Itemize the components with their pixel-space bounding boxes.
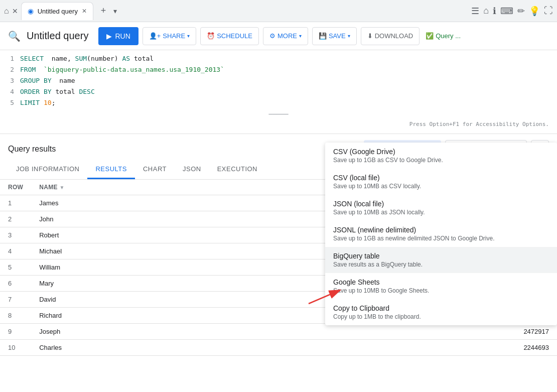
more-arrow-icon: ▾	[299, 33, 302, 39]
new-tab-button[interactable]: +	[96, 4, 110, 18]
cell-total: 2472917	[289, 324, 557, 340]
dropdown-item-title: CSV (Google Drive)	[333, 148, 549, 156]
col-header-name[interactable]: name ▼	[31, 180, 289, 195]
save-button[interactable]: 💾 SAVE ▾	[312, 27, 357, 45]
download-icon: ⬇	[367, 32, 373, 40]
dropdown-item-5[interactable]: Google Sheets Save up to 10MB to Google …	[325, 273, 557, 299]
bulb-icon[interactable]: 💡	[529, 6, 540, 17]
fullscreen-icon[interactable]: ⛶	[544, 6, 553, 16]
cell-row-num: 1	[0, 195, 31, 211]
download-button[interactable]: ⬇ DOWNLOAD	[361, 27, 420, 45]
cell-row-num: 8	[0, 308, 31, 324]
dropdown-item-title: CSV (local file)	[333, 174, 549, 182]
dropdown-item-1[interactable]: CSV (local file) Save up to 10MB as CSV …	[325, 169, 557, 195]
tab-results[interactable]: RESULTS	[87, 160, 135, 179]
home-icon[interactable]: ⌂	[4, 7, 9, 16]
code-line-2: 2 FROM `bigquery-public-data.usa_names.u…	[0, 65, 557, 76]
dropdown-item-desc: Copy up to 1MB to the clipboard.	[333, 313, 549, 320]
tab-close-icon[interactable]: ✕	[82, 8, 87, 15]
dropdown-item-desc: Save results as a BigQuery table.	[333, 261, 549, 268]
dropdown-item-title: BigQuery table	[333, 252, 549, 260]
share-icon: 👤+	[149, 32, 161, 40]
schedule-label: SCHEDULE	[217, 32, 252, 40]
col-header-row: Row	[0, 180, 31, 195]
share-label: SHARE	[163, 32, 185, 40]
drag-handle[interactable]: ─────	[0, 109, 557, 119]
dropdown-item-2[interactable]: JSON (local file) Save up to 10MB as JSO…	[325, 195, 557, 221]
browser-icons: ☰ ⌂ ℹ ⌨ ✏ 💡 ⛶	[471, 6, 553, 17]
save-label: SAVE	[329, 32, 346, 40]
code-editor[interactable]: 1 SELECT name, SUM(number) AS total 2 FR…	[0, 50, 557, 134]
cell-row-num: 3	[0, 227, 31, 243]
cell-name: Charles	[31, 340, 289, 356]
code-line-1: 1 SELECT name, SUM(number) AS total	[0, 54, 557, 65]
edit-icon[interactable]: ✏	[517, 6, 525, 17]
table-row: 10 Charles 2244693	[0, 340, 557, 356]
cell-total: 2244693	[289, 340, 557, 356]
dropdown-item-desc: Save up to 10MB to Google Sheets.	[333, 287, 549, 294]
dropdown-item-title: Google Sheets	[333, 278, 549, 286]
run-label: RUN	[115, 32, 130, 40]
cell-name: Robert	[31, 227, 289, 243]
tab-chart[interactable]: CHART	[135, 160, 175, 179]
status-check-icon: ✅	[426, 32, 434, 40]
tab-favicon: ◉	[28, 7, 34, 15]
page-title: Untitled query	[27, 30, 88, 42]
cell-row-num: 2	[0, 211, 31, 227]
browser-tab[interactable]: ◉ Untitled query ✕	[21, 2, 93, 20]
cell-row-num: 5	[0, 259, 31, 276]
cell-row-num: 6	[0, 276, 31, 292]
schedule-button[interactable]: ⏰ SCHEDULE	[200, 27, 259, 45]
cell-name: Joseph	[31, 324, 289, 340]
app-toolbar: 🔍 Untitled query ▶ RUN 👤+ SHARE ▾ ⏰ SCHE…	[0, 22, 557, 50]
cell-name: John	[31, 211, 289, 227]
more-gear-icon: ⚙	[269, 32, 275, 40]
run-play-icon: ▶	[106, 32, 112, 40]
info-icon[interactable]: ℹ	[493, 6, 496, 17]
cell-name: William	[31, 259, 289, 276]
cell-row-num: 7	[0, 292, 31, 308]
sort-name-icon: ▼	[59, 185, 64, 190]
dropdown-item-3[interactable]: JSONL (newline delimited) Save up to 1GB…	[325, 221, 557, 247]
tab-job-information[interactable]: JOB INFORMATION	[8, 160, 87, 179]
keyboard-icon[interactable]: ⌨	[500, 6, 513, 17]
query-search-icon: 🔍	[8, 30, 21, 42]
dropdown-item-4[interactable]: BigQuery table Save results as a BigQuer…	[325, 247, 557, 273]
browser-bar: ⌂ ✕ ◉ Untitled query ✕ + ▾ ☰ ⌂ ℹ ⌨ ✏ 💡 ⛶	[0, 0, 557, 22]
dropdown-item-title: JSON (local file)	[333, 200, 549, 208]
cell-name: David	[31, 292, 289, 308]
cell-row-num: 4	[0, 243, 31, 259]
more-button[interactable]: ⚙ MORE ▾	[263, 27, 308, 45]
tab-execution[interactable]: EXECUTION	[209, 160, 265, 179]
code-line-4: 4 ORDER BY total DESC	[0, 87, 557, 98]
save-disk-icon: 💾	[319, 32, 327, 40]
cell-name: Richard	[31, 308, 289, 324]
query-status: ✅ Query ...	[426, 32, 461, 40]
download-label: DOWNLOAD	[375, 32, 413, 40]
cell-row-num: 10	[0, 340, 31, 356]
menu-icon[interactable]: ☰	[471, 6, 479, 17]
tab-close-left[interactable]: ✕	[12, 7, 18, 15]
dropdown-item-desc: Save up to 1GB as newline delimited JSON…	[333, 235, 549, 242]
accessibility-hint: Press Option+F1 for Accessibility Option…	[0, 119, 557, 129]
code-line-5: 5 LIMIT 10;	[0, 98, 557, 109]
results-title: Query results	[8, 145, 56, 154]
cell-name: Mary	[31, 276, 289, 292]
dropdown-item-title: JSONL (newline delimited)	[333, 226, 549, 234]
save-results-dropdown[interactable]: CSV (Google Drive) Save up to 1GB as CSV…	[325, 143, 557, 325]
bookmark-icon[interactable]: ⌂	[483, 6, 489, 16]
share-arrow-icon: ▾	[187, 33, 190, 39]
dropdown-item-0[interactable]: CSV (Google Drive) Save up to 1GB as CSV…	[325, 143, 557, 169]
dropdown-item-title: Copy to Clipboard	[333, 304, 549, 312]
tab-label: Untitled query	[38, 8, 78, 15]
schedule-icon: ⏰	[207, 32, 215, 40]
tab-more-icon[interactable]: ▾	[113, 7, 117, 15]
tab-json[interactable]: JSON	[175, 160, 209, 179]
cell-name: Michael	[31, 243, 289, 259]
share-button[interactable]: 👤+ SHARE ▾	[143, 27, 196, 45]
dropdown-item-6[interactable]: Copy to Clipboard Copy up to 1MB to the …	[325, 299, 557, 325]
code-line-3: 3 GROUP BY name	[0, 76, 557, 87]
cell-row-num: 9	[0, 324, 31, 340]
save-arrow-icon: ▾	[348, 33, 350, 39]
run-button[interactable]: ▶ RUN	[98, 27, 138, 45]
